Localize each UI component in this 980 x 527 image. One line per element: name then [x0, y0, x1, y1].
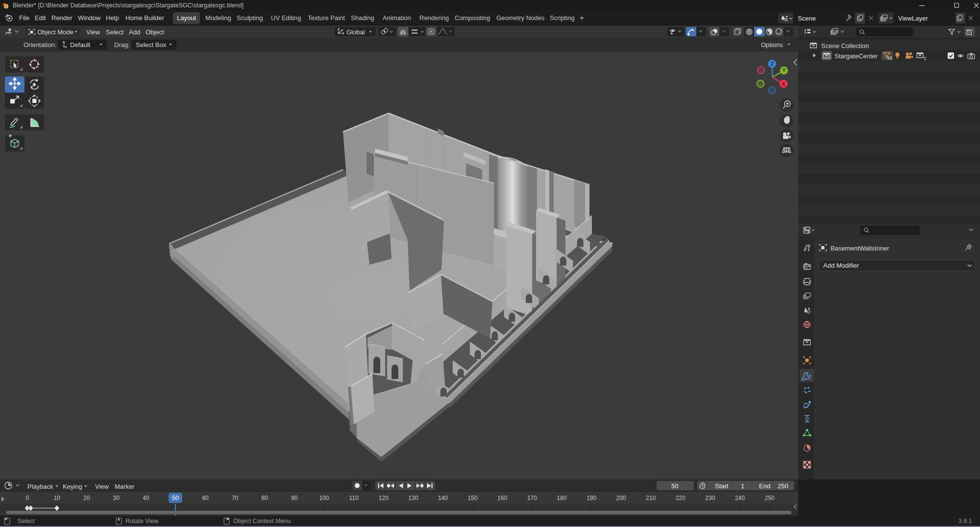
svg-text:100: 100: [319, 495, 329, 502]
svg-text:120: 120: [379, 495, 389, 502]
svg-text:160: 160: [497, 495, 507, 502]
svg-text:150: 150: [467, 495, 477, 502]
svg-text:Z: Z: [771, 61, 774, 67]
svg-text:50: 50: [172, 495, 179, 502]
svg-text:2: 2: [924, 56, 927, 61]
svg-text:0: 0: [25, 495, 29, 502]
svg-text:250: 250: [764, 495, 774, 502]
svg-text:140: 140: [438, 495, 448, 502]
svg-text:16: 16: [887, 55, 892, 60]
svg-text:170: 170: [527, 495, 537, 502]
svg-text:30: 30: [113, 495, 120, 502]
svg-text:80: 80: [262, 495, 269, 502]
svg-text:190: 190: [587, 495, 596, 502]
svg-text:90: 90: [291, 495, 298, 502]
svg-text:X: X: [782, 81, 785, 87]
svg-text:40: 40: [143, 495, 149, 502]
svg-text:20: 20: [83, 495, 90, 502]
svg-text:200: 200: [616, 495, 626, 502]
svg-text:70: 70: [232, 495, 239, 502]
svg-text:180: 180: [557, 495, 566, 502]
svg-text:220: 220: [676, 495, 686, 502]
svg-text:60: 60: [202, 495, 209, 502]
svg-text:210: 210: [646, 495, 656, 502]
svg-text:130: 130: [408, 495, 418, 502]
svg-text:110: 110: [349, 495, 359, 502]
svg-text:Y: Y: [783, 68, 786, 73]
svg-text:240: 240: [735, 495, 745, 502]
svg-text:10: 10: [53, 495, 60, 502]
svg-text:230: 230: [705, 495, 715, 502]
